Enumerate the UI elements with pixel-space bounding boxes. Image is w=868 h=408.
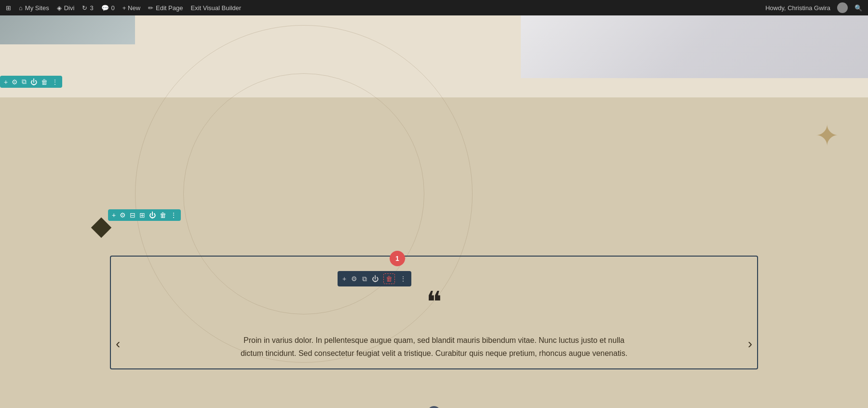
my-sites-menu[interactable]: ⌂ My Sites (19, 4, 49, 12)
module-delete-button[interactable]: 🗑 (383, 273, 395, 284)
exit-vb-button[interactable]: Exit Visual Builder (190, 4, 241, 12)
exit-vb-label: Exit Visual Builder (190, 4, 241, 12)
top-section: + ⚙ ⧉ ⏻ 🗑 ⋮ (0, 15, 868, 97)
row-settings-button[interactable]: ⚙ (12, 78, 18, 86)
divi-menu[interactable]: ◈ Divi (57, 4, 75, 12)
divi-icon: ◈ (57, 4, 62, 12)
row-add-button[interactable]: + (4, 78, 8, 86)
row-toggle-button[interactable]: ⏻ (30, 78, 37, 86)
star-decoration-large: ✦ (815, 122, 839, 150)
updates-icon: ↻ (82, 4, 87, 12)
module-more-button[interactable]: ⋮ (400, 275, 407, 283)
comments-icon: 💬 (101, 4, 109, 12)
carousel-next-button[interactable]: › (748, 336, 752, 352)
module-toolbar: + ⚙ ⧉ ⏻ 🗑 ⋮ (338, 271, 411, 286)
user-greeting: Howdy, Christina Gwira (765, 4, 830, 12)
row-duplicate-button[interactable]: ⧉ (22, 78, 27, 86)
section-delete-button[interactable]: 🗑 (160, 211, 166, 219)
module-settings-button[interactable]: ⚙ (351, 275, 357, 283)
right-arrow-icon: › (748, 336, 752, 351)
module-add-button[interactable]: + (342, 275, 346, 283)
module-duplicate-button[interactable]: ⧉ (362, 275, 367, 283)
search-icon[interactable]: 🔍 (854, 4, 862, 12)
left-arrow-icon: ‹ (116, 336, 120, 351)
sites-icon: ⌂ (19, 4, 23, 12)
module-badge: 1 (390, 251, 405, 266)
edit-page-button[interactable]: ✏ Edit Page (148, 4, 183, 12)
testimonial-text: Proin in varius dolor. In pellentesque a… (236, 334, 632, 360)
divi-label: Divi (64, 4, 75, 12)
section-settings-button[interactable]: ⚙ (120, 211, 126, 219)
row-delete-button[interactable]: 🗑 (41, 78, 48, 86)
section-toolbar: + ⚙ ⊟ ⊞ ⏻ 🗑 ⋮ (108, 209, 181, 221)
row-toolbar-top: + ⚙ ⧉ ⏻ 🗑 ⋮ (0, 76, 62, 88)
edit-icon: ✏ (148, 4, 153, 12)
carousel-prev-button[interactable]: ‹ (116, 336, 120, 352)
admin-bar-right: Howdy, Christina Gwira 🔍 (765, 2, 862, 13)
section-toggle-button[interactable]: ⏻ (149, 211, 156, 219)
section-more-button[interactable]: ⋮ (170, 211, 177, 219)
wp-logo[interactable]: ⊞ (6, 4, 11, 12)
comments-menu[interactable]: 💬 0 (101, 4, 115, 12)
main-content: + ⚙ ⧉ ⏻ 🗑 ⋮ ✦ + ⚙ ⊟ ⊞ ⏻ 🗑 ⋮ 1 (0, 15, 868, 408)
module-toggle-button[interactable]: ⏻ (372, 275, 379, 283)
new-menu[interactable]: + New (122, 4, 140, 12)
section-add-button[interactable]: + (112, 211, 116, 219)
row-more-button[interactable]: ⋮ (52, 78, 58, 86)
user-avatar (837, 2, 848, 13)
my-sites-label: My Sites (25, 4, 49, 12)
section-columns-button[interactable]: ⊞ (139, 211, 145, 219)
updates-menu[interactable]: ↻ 3 (82, 4, 93, 12)
admin-bar: ⊞ ⌂ My Sites ◈ Divi ↻ 3 💬 0 + New ✏ Edit… (0, 0, 868, 15)
add-module-top-button[interactable]: + (427, 406, 441, 408)
updates-count: 3 (90, 4, 93, 12)
testimonial-body: Proin in varius dolor. In pellentesque a… (241, 336, 627, 357)
section-duplicate-button[interactable]: ⊟ (130, 211, 136, 219)
wp-icon: ⊞ (6, 4, 11, 12)
middle-section: ✦ + ⚙ ⊟ ⊞ ⏻ 🗑 ⋮ 1 + ⚙ ⧉ ⏻ 🗑 ⋮ (0, 97, 868, 408)
edit-page-label: Edit Page (156, 4, 183, 12)
new-label: + New (122, 4, 140, 12)
top-left-image (0, 15, 135, 44)
top-right-image (521, 15, 868, 78)
comments-count: 0 (111, 4, 115, 12)
module-badge-number: 1 (395, 255, 399, 262)
